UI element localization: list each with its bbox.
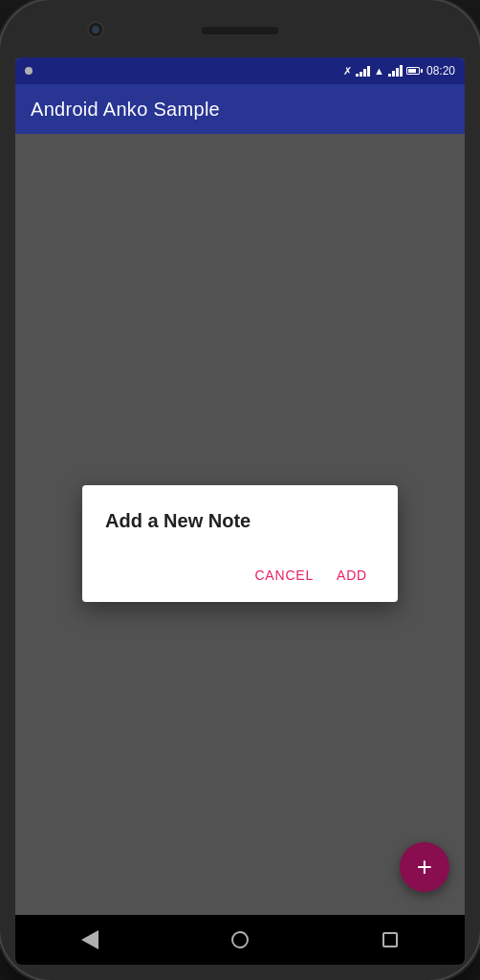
recents-icon	[382, 932, 398, 947]
add-button[interactable]: ADD	[329, 560, 375, 590]
battery-body	[406, 67, 420, 75]
app-title: Android Anko Sample	[31, 99, 220, 121]
status-time: 08:20	[426, 64, 455, 78]
wifi-icon: ▲	[374, 65, 384, 77]
cancel-button[interactable]: CANCEL	[247, 560, 321, 590]
back-button[interactable]	[71, 921, 109, 959]
dialog-title: Add a New Note	[105, 508, 375, 533]
phone-speaker	[202, 27, 278, 34]
signal-bars	[356, 65, 370, 77]
signal-bar-2	[360, 72, 362, 77]
home-icon	[231, 931, 249, 948]
status-left	[25, 67, 33, 75]
status-bar: ✗ ▲	[15, 57, 465, 84]
signal-bar-1	[356, 74, 359, 77]
dialog-overlay: Add a New Note CANCEL ADD	[15, 134, 465, 915]
battery-icon	[406, 67, 423, 75]
nav-bar	[15, 915, 465, 965]
fab-icon: +	[417, 854, 432, 880]
dialog-actions: CANCEL ADD	[105, 552, 375, 590]
app-bar: Android Anko Sample	[15, 84, 465, 134]
lte-bars	[388, 65, 403, 77]
screen: ✗ ▲	[15, 57, 465, 965]
signal-bar-4	[367, 66, 370, 77]
bluetooth-icon: ✗	[343, 65, 352, 78]
fab-button[interactable]: +	[400, 842, 449, 892]
home-button[interactable]	[221, 921, 259, 959]
content-area: Add a New Note CANCEL ADD +	[15, 134, 465, 915]
phone-camera	[87, 21, 104, 38]
notification-dot	[25, 67, 33, 75]
phone-frame: ✗ ▲	[0, 0, 480, 980]
battery-fill	[408, 69, 417, 73]
dialog: Add a New Note CANCEL ADD	[82, 485, 398, 602]
status-right: ✗ ▲	[343, 64, 455, 78]
recents-button[interactable]	[371, 921, 409, 959]
battery-tip	[421, 69, 423, 73]
back-icon	[81, 930, 98, 949]
signal-bar-3	[363, 69, 366, 77]
